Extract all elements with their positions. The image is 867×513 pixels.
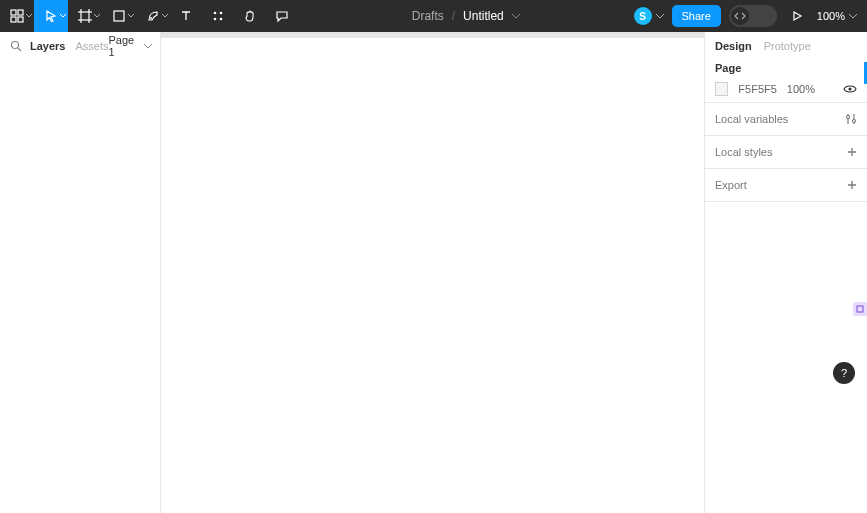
- svg-point-16: [848, 87, 851, 90]
- page-section-title: Page: [715, 62, 857, 74]
- background-opacity[interactable]: 100%: [787, 83, 815, 95]
- sliders-icon: [845, 113, 857, 125]
- chevron-down-icon: [60, 14, 66, 18]
- collapse-panel-tab[interactable]: [853, 302, 867, 316]
- chevron-down-icon: [656, 14, 664, 19]
- svg-rect-1: [18, 10, 23, 15]
- chevron-down-icon: [849, 14, 857, 19]
- layers-tree: [0, 60, 160, 513]
- frame-tool[interactable]: [68, 0, 102, 32]
- move-tool[interactable]: [34, 0, 68, 32]
- main-menu-tool[interactable]: [0, 0, 34, 32]
- tab-prototype[interactable]: Prototype: [764, 40, 811, 52]
- local-variables-row[interactable]: Local variables: [705, 103, 867, 136]
- help-button[interactable]: ?: [833, 362, 855, 384]
- color-swatch[interactable]: [715, 82, 728, 96]
- chevron-down-icon: [144, 44, 152, 49]
- tab-layers[interactable]: Layers: [30, 40, 65, 52]
- chevron-down-icon: [26, 14, 32, 18]
- svg-rect-3: [18, 17, 23, 22]
- left-panel: Layers Assets Page 1: [0, 32, 161, 513]
- svg-point-13: [220, 18, 223, 21]
- background-row[interactable]: F5F5F5 100%: [715, 82, 857, 96]
- hand-tool[interactable]: [234, 0, 266, 32]
- page-label: Page 1: [109, 34, 141, 58]
- row-label: Local variables: [715, 113, 788, 125]
- page-selector[interactable]: Page 1: [109, 34, 153, 58]
- export-row[interactable]: Export: [705, 169, 867, 202]
- avatar: S: [634, 7, 652, 25]
- zoom-menu[interactable]: 100%: [817, 10, 857, 22]
- resources-tool[interactable]: [202, 0, 234, 32]
- breadcrumb[interactable]: Drafts / Untitled: [298, 9, 634, 23]
- canvas[interactable]: [161, 32, 704, 513]
- plus-icon: [847, 147, 857, 157]
- share-button[interactable]: Share: [672, 5, 721, 27]
- row-label: Local styles: [715, 146, 772, 158]
- right-panel: Design Prototype Page F5F5F5 100% Local …: [704, 32, 867, 513]
- svg-point-10: [214, 12, 217, 15]
- canvas-frame[interactable]: [161, 38, 704, 513]
- svg-rect-21: [857, 306, 863, 312]
- local-styles-row[interactable]: Local styles: [705, 136, 867, 169]
- tool-group: [0, 0, 298, 32]
- chevron-down-icon: [128, 14, 134, 18]
- svg-rect-0: [11, 10, 16, 15]
- shape-tool[interactable]: [102, 0, 136, 32]
- svg-point-14: [12, 42, 19, 49]
- chevron-down-icon[interactable]: [512, 14, 520, 19]
- breadcrumb-parent[interactable]: Drafts: [412, 9, 444, 23]
- row-label: Export: [715, 179, 747, 191]
- zoom-value: 100%: [817, 10, 845, 22]
- tab-design[interactable]: Design: [715, 40, 752, 52]
- eye-icon[interactable]: [843, 84, 857, 94]
- text-tool[interactable]: [170, 0, 202, 32]
- svg-point-11: [220, 12, 223, 15]
- svg-rect-8: [114, 11, 124, 21]
- background-hex[interactable]: F5F5F5: [738, 83, 777, 95]
- pen-tool[interactable]: [136, 0, 170, 32]
- search-icon[interactable]: [10, 40, 22, 52]
- svg-point-9: [150, 17, 152, 19]
- user-menu[interactable]: S: [634, 7, 664, 25]
- topbar: Drafts / Untitled S Share 100%: [0, 0, 867, 32]
- breadcrumb-sep: /: [452, 9, 455, 23]
- comment-tool[interactable]: [266, 0, 298, 32]
- tab-assets[interactable]: Assets: [75, 40, 108, 52]
- present-button[interactable]: [785, 10, 809, 22]
- topbar-right: S Share 100%: [634, 0, 868, 32]
- dev-mode-toggle[interactable]: [729, 5, 777, 27]
- code-icon: [731, 7, 749, 25]
- svg-line-15: [18, 48, 21, 51]
- svg-point-12: [214, 18, 217, 21]
- plus-icon: [847, 180, 857, 190]
- svg-point-20: [853, 120, 856, 123]
- svg-point-19: [847, 116, 850, 119]
- file-title[interactable]: Untitled: [463, 9, 504, 23]
- chevron-down-icon: [162, 14, 168, 18]
- chevron-down-icon: [94, 14, 100, 18]
- svg-rect-2: [11, 17, 16, 22]
